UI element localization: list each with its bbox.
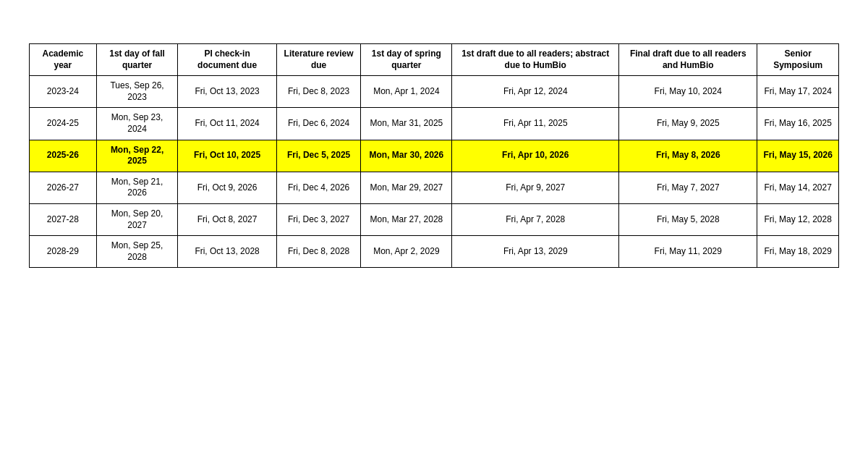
date-cell: Fri, Oct 13, 2028 <box>178 236 276 268</box>
date-cell: Fri, Apr 9, 2027 <box>452 172 619 203</box>
schedule-table-container: Academic year1st day of fall quarterPI c… <box>29 43 839 268</box>
table-header-row: Academic year1st day of fall quarterPI c… <box>30 44 839 76</box>
year-cell: 2025-26 <box>30 140 97 172</box>
date-cell: Fri, May 15, 2026 <box>757 140 839 172</box>
date-cell: Mon, Mar 31, 2025 <box>361 108 452 140</box>
date-cell: Mon, Mar 29, 2027 <box>361 172 452 203</box>
date-cell: Mon, Mar 30, 2026 <box>361 140 452 172</box>
date-cell: Fri, Oct 10, 2025 <box>178 140 276 172</box>
date-cell: Fri, Apr 13, 2029 <box>452 236 619 268</box>
date-cell: Fri, May 17, 2024 <box>757 76 839 108</box>
column-header-4: 1st day of spring quarter <box>361 44 452 76</box>
column-header-0: Academic year <box>30 44 97 76</box>
date-cell: Fri, Oct 8, 2027 <box>178 203 276 235</box>
academic-schedule-table: Academic year1st day of fall quarterPI c… <box>29 43 839 268</box>
date-cell: Tues, Sep 26, 2023 <box>96 76 178 108</box>
year-cell: 2024-25 <box>30 108 97 140</box>
year-cell: 2028-29 <box>30 236 97 268</box>
date-cell: Fri, May 16, 2025 <box>757 108 839 140</box>
column-header-3: Literature review due <box>276 44 361 76</box>
year-cell: 2027-28 <box>30 203 97 235</box>
date-cell: Fri, Apr 7, 2028 <box>452 203 619 235</box>
table-row: 2028-29Mon, Sep 25, 2028Fri, Oct 13, 202… <box>30 236 839 268</box>
date-cell: Mon, Sep 23, 2024 <box>96 108 178 140</box>
date-cell: Fri, Oct 13, 2023 <box>178 76 276 108</box>
date-cell: Fri, Oct 9, 2026 <box>178 172 276 203</box>
date-cell: Fri, Dec 5, 2025 <box>276 140 361 172</box>
date-cell: Fri, Dec 3, 2027 <box>276 203 361 235</box>
column-header-5: 1st draft due to all readers; abstract d… <box>452 44 619 76</box>
column-header-6: Final draft due to all readers and HumBi… <box>619 44 757 76</box>
date-cell: Fri, May 7, 2027 <box>619 172 757 203</box>
date-cell: Fri, May 8, 2026 <box>619 140 757 172</box>
column-header-1: 1st day of fall quarter <box>96 44 178 76</box>
table-row: 2027-28Mon, Sep 20, 2027Fri, Oct 8, 2027… <box>30 203 839 235</box>
date-cell: Fri, May 10, 2024 <box>619 76 757 108</box>
date-cell: Fri, May 11, 2029 <box>619 236 757 268</box>
date-cell: Fri, May 5, 2028 <box>619 203 757 235</box>
date-cell: Fri, Apr 11, 2025 <box>452 108 619 140</box>
table-row: 2023-24Tues, Sep 26, 2023Fri, Oct 13, 20… <box>30 76 839 108</box>
date-cell: Fri, May 18, 2029 <box>757 236 839 268</box>
table-row: 2025-26Mon, Sep 22, 2025Fri, Oct 10, 202… <box>30 140 839 172</box>
date-cell: Fri, Apr 12, 2024 <box>452 76 619 108</box>
date-cell: Fri, Oct 11, 2024 <box>178 108 276 140</box>
table-row: 2026-27Mon, Sep 21, 2026Fri, Oct 9, 2026… <box>30 172 839 203</box>
date-cell: Fri, May 14, 2027 <box>757 172 839 203</box>
date-cell: Fri, Apr 10, 2026 <box>452 140 619 172</box>
date-cell: Fri, May 9, 2025 <box>619 108 757 140</box>
date-cell: Mon, Sep 25, 2028 <box>96 236 178 268</box>
date-cell: Mon, Mar 27, 2028 <box>361 203 452 235</box>
column-header-7: Senior Symposium <box>757 44 839 76</box>
year-cell: 2026-27 <box>30 172 97 203</box>
date-cell: Mon, Sep 22, 2025 <box>96 140 178 172</box>
date-cell: Mon, Sep 20, 2027 <box>96 203 178 235</box>
year-cell: 2023-24 <box>30 76 97 108</box>
date-cell: Fri, Dec 8, 2023 <box>276 76 361 108</box>
date-cell: Mon, Apr 1, 2024 <box>361 76 452 108</box>
date-cell: Fri, May 12, 2028 <box>757 203 839 235</box>
date-cell: Mon, Sep 21, 2026 <box>96 172 178 203</box>
table-body: 2023-24Tues, Sep 26, 2023Fri, Oct 13, 20… <box>30 76 839 268</box>
date-cell: Mon, Apr 2, 2029 <box>361 236 452 268</box>
date-cell: Fri, Dec 6, 2024 <box>276 108 361 140</box>
date-cell: Fri, Dec 4, 2026 <box>276 172 361 203</box>
column-header-2: PI check-in document due <box>178 44 276 76</box>
table-row: 2024-25Mon, Sep 23, 2024Fri, Oct 11, 202… <box>30 108 839 140</box>
date-cell: Fri, Dec 8, 2028 <box>276 236 361 268</box>
